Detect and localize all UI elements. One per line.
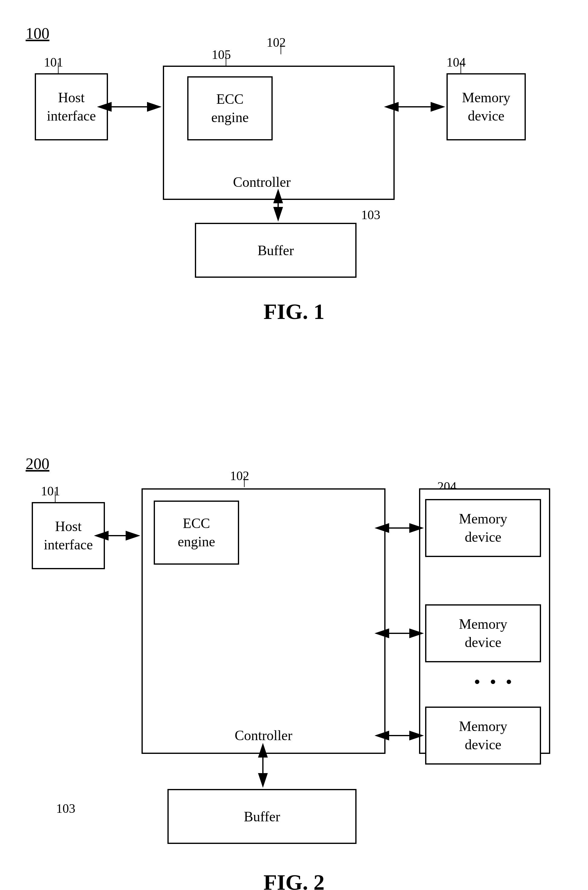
fig2-memory-dots: • • • <box>474 672 514 693</box>
fig1-diagram-label: 100 <box>26 24 50 42</box>
fig2-diagram-label: 200 <box>26 455 50 473</box>
fig2-ref-103: 103 <box>56 801 75 816</box>
fig1-controller-label: Controller <box>233 174 291 190</box>
fig1-ref-103: 103 <box>361 207 380 222</box>
fig2-memory-device-3-box: Memorydevice <box>425 707 541 765</box>
fig2-ecc-engine-box: ECCengine <box>154 501 239 565</box>
fig2-section: 200 101 102 105 204 103 Hostinterface Co… <box>26 455 562 890</box>
fig2-memory-device-2-box: Memorydevice <box>425 604 541 662</box>
fig2-ref-102: 102 <box>230 469 249 483</box>
fig1-ref-105: 105 <box>212 47 231 62</box>
page: 100 101 102 105 104 103 Hostinterface EC… <box>0 0 588 890</box>
fig1-caption: FIG. 1 <box>26 299 562 325</box>
fig2-buffer-box: Buffer <box>167 789 357 844</box>
fig2-memory-device-1-box: Memorydevice <box>425 499 541 557</box>
fig1-ref-104: 104 <box>447 55 466 69</box>
fig1-ref-101: 101 <box>44 55 63 69</box>
fig2-caption: FIG. 2 <box>26 870 562 890</box>
fig1-buffer-box: Buffer <box>195 223 357 278</box>
fig2-ref-101: 101 <box>41 484 60 498</box>
fig1-ecc-engine-box: ECCengine <box>187 76 273 140</box>
fig1-memory-device-box: Memorydevice <box>447 73 526 140</box>
fig1-host-interface-box: Hostinterface <box>35 73 108 140</box>
fig2-host-interface-box: Hostinterface <box>32 502 105 569</box>
fig1-section: 100 101 102 105 104 103 Hostinterface EC… <box>26 18 562 430</box>
fig1-ref-102: 102 <box>267 35 286 50</box>
